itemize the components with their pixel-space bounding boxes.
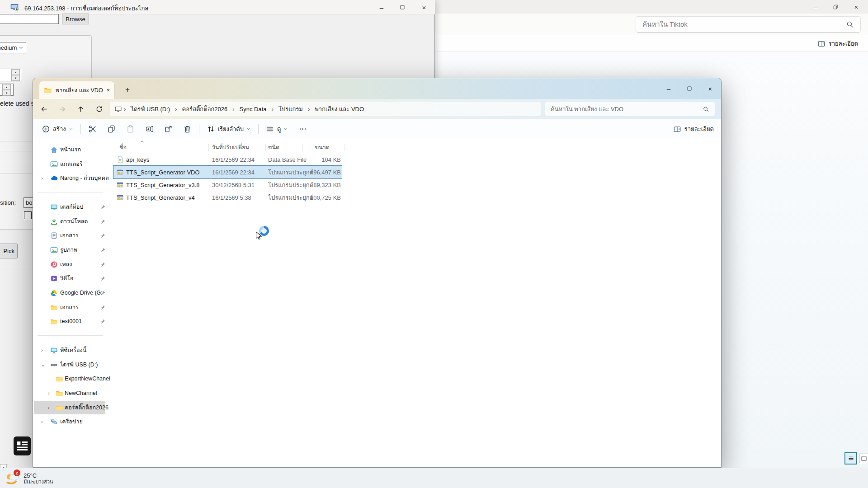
file-size: 100,725 KB (294, 191, 341, 204)
pick-button[interactable]: Pick (0, 244, 18, 258)
file-list-area: ชื่อวันที่ปรับเปลี่ยนชนิดขนาดapi_keys16/… (33, 140, 721, 468)
position-label: sition: (0, 199, 16, 206)
file-row[interactable]: api_keys16/1/2569 22:34Data Base File104… (113, 153, 342, 166)
trash-icon (183, 125, 192, 133)
forward-icon (58, 105, 66, 113)
spin-down-button-1[interactable]: ▼ (11, 75, 20, 81)
breadcrumb-item[interactable]: โปรแกรม (275, 103, 306, 115)
paste-button[interactable] (123, 122, 138, 136)
sort-arrows-icon (207, 125, 215, 133)
breadcrumb-item[interactable]: คอร์สติ๊กต็อก2026 (179, 103, 231, 115)
chevron-down-icon (19, 45, 24, 50)
up-button[interactable] (73, 102, 88, 116)
rdp-window-title: 69.164.253.198 - การเชื่อมต่อเดสก์ท็อประ… (24, 4, 148, 13)
new-label: สร้าง (53, 124, 66, 134)
browse-button[interactable]: Browse (62, 14, 89, 24)
breadcrumb-item[interactable]: Sync Data (236, 104, 270, 114)
delete-used-label: elete used s (0, 100, 34, 107)
column-header-type[interactable]: ชนิด (268, 143, 279, 152)
taskbar: 2 25°C มีเมฆบางส่วน การค้นหา SJPAM 19:30… (0, 468, 868, 488)
rdp-maximize-button[interactable] (395, 1, 410, 13)
rdp-close-button[interactable]: × (416, 1, 432, 13)
explorer-tab[interactable]: พากเสียง และ VDO × (39, 81, 114, 99)
chevron-right-icon: › (174, 106, 178, 113)
rename-icon: A (145, 125, 154, 133)
explorer-addressbar: ›ไดรฟ์ USB (D:)›คอร์สติ๊กต็อก2026›Sync D… (33, 99, 721, 119)
maximize-icon (400, 5, 405, 10)
explorer-close-button[interactable]: × (700, 80, 721, 98)
column-divider (265, 144, 266, 151)
file-name: TTS_Script_Generator VDO (126, 166, 200, 178)
spin-up-button-2[interactable]: ▲ (2, 84, 11, 90)
quality-dropdown[interactable]: medium (0, 42, 26, 53)
breadcrumb-item[interactable]: พากเสียง และ VDO (311, 103, 367, 115)
spin-down-button-2[interactable]: ▼ (2, 90, 11, 96)
bg-minimize-button[interactable]: – (807, 1, 824, 13)
icons-view-icon (861, 456, 867, 461)
search-icon (703, 106, 709, 113)
chevron-right-icon: › (123, 106, 127, 113)
weather-condition: มีเมฆบางส่วน (24, 479, 53, 485)
rdp-titlebar: 69.164.253.198 - การเชื่อมต่อเดสก์ท็อประ… (0, 0, 435, 14)
column-header-date[interactable]: วันที่ปรับเปลี่ยน (212, 143, 249, 152)
bg-details-button[interactable]: รายละเอียด (817, 35, 858, 52)
details-panel-icon (817, 40, 826, 48)
rdp-text-field[interactable] (0, 14, 59, 24)
bg-view-details-toggle[interactable] (844, 452, 857, 465)
delete-button[interactable] (180, 122, 195, 136)
view-label: ดู (277, 124, 281, 134)
explorer-search-placeholder: ค้นหาใน พากเสียง และ VDO (551, 104, 623, 114)
refresh-button[interactable] (91, 102, 107, 116)
checkbox[interactable] (24, 211, 32, 219)
copy-icon (107, 125, 116, 133)
bg-view-icons-toggle[interactable] (859, 454, 868, 463)
bg-search-placeholder: ค้นหาใน Tiktok (642, 19, 688, 30)
more-button[interactable] (295, 122, 310, 136)
app-file-icon (116, 178, 124, 191)
breadcrumb: ›ไดรฟ์ USB (D:)›คอร์สติ๊กต็อก2026›Sync D… (110, 102, 541, 116)
spin-up-button-1[interactable]: ▲ (11, 69, 20, 75)
file-row[interactable]: TTS_Script_Generator_v3.830/12/2568 5:31… (113, 178, 342, 191)
weather-widget[interactable]: 2 25°C มีเมฆบางส่วน (5, 469, 53, 488)
share-button[interactable] (161, 122, 176, 136)
explorer-details-button[interactable]: รายละเอียด (673, 119, 714, 139)
explorer-search-box[interactable]: ค้นหาใน พากเสียง และ VDO (545, 102, 715, 116)
rdp-minimize-button[interactable]: – (374, 1, 389, 13)
column-header-name[interactable]: ชื่อ (119, 143, 127, 152)
toolbar-separator (199, 124, 199, 134)
chevron-right-icon: › (271, 106, 274, 113)
column-divider (302, 144, 303, 151)
new-tab-button[interactable]: + (122, 84, 133, 96)
column-header-size[interactable]: ขนาด (286, 143, 330, 152)
explorer-maximize-button[interactable] (679, 80, 700, 98)
pick-label: Pick (3, 248, 14, 254)
file-row[interactable]: TTS_Script_Generator_v416/1/2569 5:38โปร… (113, 191, 342, 204)
breadcrumb-item[interactable]: ไดรฟ์ USB (D:) (127, 103, 173, 115)
details-label: รายละเอียด (684, 124, 714, 134)
forward-button[interactable] (54, 102, 70, 116)
explorer-minimize-button[interactable]: – (658, 80, 679, 98)
tab-close-icon[interactable]: × (106, 87, 110, 94)
column-divider (208, 144, 209, 151)
chevron-down-icon (283, 127, 288, 131)
remote-desktop-icon (10, 3, 19, 12)
file-date: 16/1/2569 5:38 (212, 191, 251, 204)
sort-button[interactable]: เรียงลำดับ (203, 122, 254, 136)
details-panel-icon (673, 125, 681, 133)
paste-icon (126, 125, 135, 133)
back-button[interactable] (36, 102, 52, 116)
bg-restore-button[interactable] (827, 1, 844, 13)
watermark-logo (14, 436, 31, 455)
file-date: 16/1/2569 22:34 (212, 166, 255, 178)
bg-search-box[interactable]: ค้นหาใน Tiktok (636, 16, 861, 33)
file-row[interactable]: TTS_Script_Generator VDO16/1/2569 22:34โ… (113, 166, 342, 178)
new-button[interactable]: สร้าง (38, 122, 76, 136)
bg-close-button[interactable]: × (848, 1, 865, 13)
rename-button[interactable]: A (142, 122, 157, 136)
toolbar-separator (258, 124, 259, 134)
copy-button[interactable] (104, 122, 119, 136)
view-button[interactable]: ดู (263, 122, 291, 136)
restore-icon (833, 4, 839, 10)
cut-button[interactable] (85, 122, 100, 136)
svg-text:A: A (147, 127, 149, 131)
